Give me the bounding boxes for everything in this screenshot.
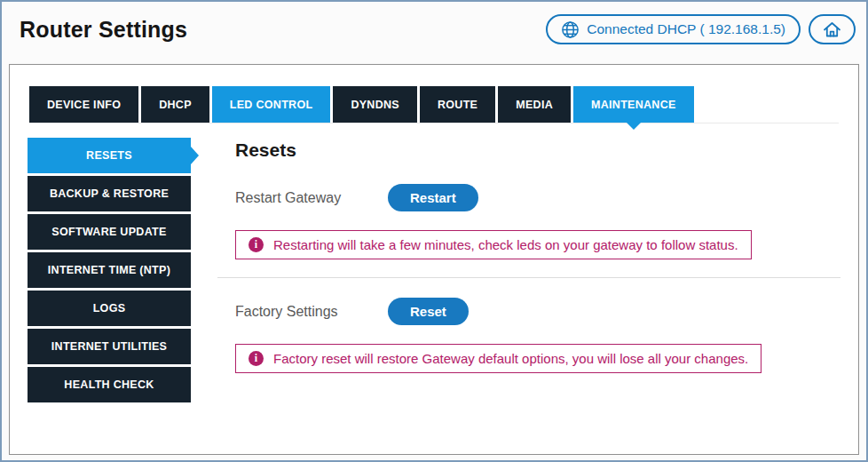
connection-status-label: Connected DHCP ( 192.168.1.5): [587, 21, 785, 37]
tab-maintenance[interactable]: MAINTENANCE: [573, 86, 694, 123]
home-icon: [822, 20, 842, 39]
sidebar-item-internet-utilities[interactable]: INTERNET UTILITIES: [28, 329, 191, 364]
settings-panel: DEVICE INFO DHCP LED CONTROL DYNDNS ROUT…: [9, 64, 859, 455]
sidebar-item-backup-restore[interactable]: BACKUP & RESTORE: [28, 176, 191, 211]
restart-gateway-label: Restart Gateway: [235, 190, 388, 206]
sidebar-item-software-update[interactable]: SOFTWARE UPDATE: [28, 214, 191, 250]
sidebar: RESETS BACKUP & RESTORE SOFTWARE UPDATE …: [28, 138, 191, 405]
info-icon: i: [249, 237, 264, 252]
restart-gateway-row: Restart Gateway Restart: [235, 184, 840, 211]
resets-content: Resets Restart Gateway Restart i Restart…: [191, 123, 858, 373]
tab-route[interactable]: ROUTE: [420, 86, 495, 123]
restart-notice: i Restarting will take a few minutes, ch…: [235, 230, 752, 259]
restart-button[interactable]: Restart: [388, 184, 478, 211]
header: Router Settings Connected DHCP ( 192.168…: [2, 2, 866, 57]
sidebar-item-logs[interactable]: LOGS: [28, 291, 191, 326]
sidebar-item-resets[interactable]: RESETS: [28, 138, 191, 173]
globe-icon: [561, 20, 580, 39]
tab-dhcp[interactable]: DHCP: [141, 86, 209, 123]
tab-led-control[interactable]: LED CONTROL: [212, 86, 331, 123]
maintenance-section: RESETS BACKUP & RESTORE SOFTWARE UPDATE …: [10, 123, 858, 405]
info-icon: i: [249, 351, 264, 366]
reset-button[interactable]: Reset: [388, 298, 469, 325]
section-divider: [217, 277, 840, 278]
page-title: Router Settings: [20, 17, 187, 43]
factory-reset-notice: i Factory reset will restore Gateway def…: [235, 344, 761, 373]
connection-status-pill[interactable]: Connected DHCP ( 192.168.1.5): [546, 14, 801, 44]
router-settings-window: Router Settings Connected DHCP ( 192.168…: [0, 0, 868, 462]
home-button[interactable]: [809, 14, 856, 44]
header-actions: Connected DHCP ( 192.168.1.5): [546, 14, 856, 44]
restart-notice-text: Restarting will take a few minutes, chec…: [273, 237, 738, 252]
tab-device-info[interactable]: DEVICE INFO: [29, 86, 138, 123]
tab-bar: DEVICE INFO DHCP LED CONTROL DYNDNS ROUT…: [29, 86, 839, 123]
tab-dyndns[interactable]: DYNDNS: [333, 86, 417, 123]
sidebar-item-health-check[interactable]: HEALTH CHECK: [28, 367, 191, 402]
sidebar-item-internet-time[interactable]: INTERNET TIME (NTP): [28, 252, 191, 288]
tab-media[interactable]: MEDIA: [498, 86, 571, 123]
factory-settings-label: Factory Settings: [235, 304, 388, 320]
factory-reset-notice-text: Factory reset will restore Gateway defau…: [273, 351, 748, 366]
factory-settings-row: Factory Settings Reset: [235, 298, 840, 325]
section-heading: Resets: [235, 139, 840, 161]
